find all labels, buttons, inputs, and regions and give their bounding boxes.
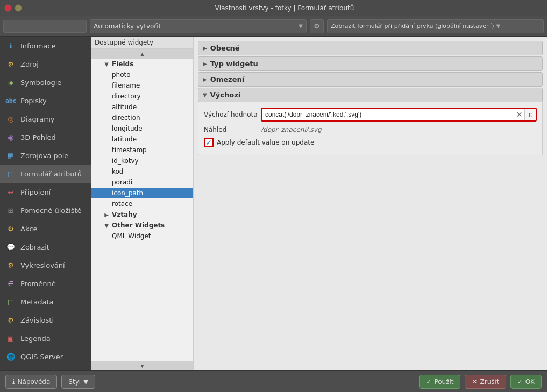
- tree-scroll-area: ▼ Fields photo filename directory altitu…: [91, 59, 193, 361]
- style-button[interactable]: Styl ▼: [61, 375, 95, 389]
- minimize-button[interactable]: [15, 4, 22, 12]
- tree-scroll-down-button[interactable]: ▼: [91, 361, 193, 370]
- sidebar-item-informace[interactable]: ℹ Informace: [0, 37, 91, 55]
- sidebar-item-legenda[interactable]: ▣ Legenda: [0, 329, 91, 347]
- accordion-widget: ▶ Typ widgetu: [198, 56, 543, 71]
- tree-scroll-up-button[interactable]: ▲: [91, 49, 193, 59]
- dropdown-arrow-icon: ▼: [299, 23, 303, 29]
- settings-button[interactable]: ⚙: [310, 19, 324, 33]
- tree-label-kod: kod: [111, 168, 123, 175]
- join-icon: ↔: [5, 187, 16, 197]
- sidebar-label-popisky: Popisky: [20, 97, 47, 105]
- tree-item-photo[interactable]: photo: [91, 69, 193, 80]
- accordion-obecne-arrow-icon: ▶: [203, 45, 207, 51]
- sidebar-item-qgis-server[interactable]: 🌐 QGIS Server: [0, 347, 91, 366]
- expand-other-icon: ▼: [102, 223, 111, 229]
- toolbar: Automaticky vytvořit ▼ ⚙ Zobrazit formul…: [0, 16, 547, 37]
- help-button[interactable]: ℹ Nápověda: [5, 375, 57, 389]
- sidebar-item-metadata[interactable]: ▤ Metadata: [0, 293, 91, 311]
- sidebar-item-3d[interactable]: ◉ 3D Pohled: [0, 128, 91, 146]
- tree-item-vztahy[interactable]: ▶ Vztahy: [91, 209, 193, 220]
- apply-button[interactable]: ✓ Použít: [419, 375, 460, 389]
- gear-icon: ⚙: [314, 22, 320, 30]
- tree-label-icon-path: icon_path: [111, 189, 143, 197]
- accordion-vychozi-header[interactable]: ▼ Výchozí: [198, 88, 543, 102]
- window-title: Vlastnosti vrstvy - fotky | Formulář atr…: [26, 4, 543, 12]
- tree-item-longitude[interactable]: longitude: [91, 123, 193, 134]
- default-value-input-wrap: ✕ ε: [261, 108, 537, 122]
- show-form-arrow-icon: ▼: [496, 23, 500, 29]
- expand-vztahy-icon: ▶: [102, 212, 111, 218]
- apply-check-icon: ✓: [426, 378, 431, 386]
- sidebar: ℹ Informace ⚙ Zdroj ◈ Symbologie abc Pop…: [0, 37, 91, 370]
- tree-item-directory[interactable]: directory: [91, 91, 193, 102]
- sidebar-item-zdrojova-pole[interactable]: ▦ Zdrojová pole: [0, 146, 91, 165]
- tree-item-altitude[interactable]: altitude: [91, 102, 193, 112]
- deps-icon: ⚙: [5, 315, 16, 325]
- accordion-omezeni-arrow-icon: ▶: [203, 76, 207, 82]
- sidebar-item-vykreslovani[interactable]: ⚙ Vykreslování: [0, 256, 91, 274]
- sidebar-item-diagramy[interactable]: ◎ Diagramy: [0, 110, 91, 128]
- close-button[interactable]: [4, 4, 12, 12]
- apply-default-label: Apply default value on update: [217, 139, 314, 146]
- apply-default-checkbox[interactable]: ✓: [204, 138, 214, 147]
- accordion-obecne-label: Obecné: [210, 44, 240, 52]
- tree-item-fields[interactable]: ▼ Fields: [91, 59, 193, 69]
- tree-item-direction[interactable]: direction: [91, 112, 193, 123]
- tree-item-id-kotvy[interactable]: id_kotvy: [91, 155, 193, 166]
- tree-item-latitude[interactable]: latitude: [91, 134, 193, 145]
- sidebar-item-formular[interactable]: ▤ Formulář atributů: [0, 165, 91, 183]
- sidebar-item-popisky[interactable]: abc Popisky: [0, 91, 91, 110]
- tree-item-poradi[interactable]: poradi: [91, 177, 193, 188]
- sidebar-label-promenne: Proměnné: [20, 280, 56, 288]
- tree-label-poradi: poradi: [111, 179, 132, 186]
- accordion-widget-header[interactable]: ▶ Typ widgetu: [198, 56, 543, 71]
- accordion-vychozi: ▼ Výchozí Výchozí hodnota ✕ ε: [198, 88, 543, 155]
- meta-icon: ▤: [5, 296, 16, 307]
- form-type-dropdown[interactable]: Automaticky vytvořit ▼: [90, 19, 307, 33]
- tree-label-fields: Fields: [111, 60, 133, 68]
- accordion-omezeni-label: Omezení: [210, 75, 245, 83]
- tree-item-kod[interactable]: kod: [91, 166, 193, 177]
- accordion-obecne-header[interactable]: ▶ Obecné: [198, 41, 543, 55]
- cancel-button[interactable]: ✕ Zrušit: [465, 375, 506, 389]
- labels-icon: abc: [5, 95, 16, 106]
- tree-item-icon-path[interactable]: icon_path: [91, 188, 193, 198]
- sidebar-item-akce[interactable]: ⚙ Akce: [0, 219, 91, 238]
- input-function-icon[interactable]: ε: [524, 109, 536, 120]
- tree-item-filename[interactable]: filename: [91, 80, 193, 91]
- sidebar-item-promenne[interactable]: ∈ Proměnné: [0, 274, 91, 293]
- style-label: Styl: [68, 378, 81, 386]
- input-clear-icon[interactable]: ✕: [514, 109, 525, 120]
- tree-item-other-widgets[interactable]: ▼ Other Widgets: [91, 220, 193, 231]
- accordion-omezeni-header[interactable]: ▶ Omezení: [198, 72, 543, 87]
- show-form-dropdown[interactable]: Zobrazit formulář při přidání prvku (glo…: [327, 19, 544, 33]
- form-type-label: Automaticky vytvořit: [94, 23, 161, 30]
- help-label: Nápověda: [18, 378, 51, 386]
- sidebar-item-digitalizace[interactable]: ✏ Digitalizace: [0, 366, 91, 370]
- sidebar-label-pripojeni: Připojení: [20, 188, 51, 196]
- search-input[interactable]: [3, 20, 87, 33]
- sidebar-item-zobrazit[interactable]: 💬 Zobrazit: [0, 238, 91, 256]
- tree-item-timestamp[interactable]: timestamp: [91, 145, 193, 155]
- sidebar-label-metadata: Metadata: [20, 298, 54, 306]
- tree-label-direction: direction: [111, 114, 140, 122]
- tree-item-rotace[interactable]: rotace: [91, 198, 193, 209]
- default-value-label: Výchozí hodnota: [204, 111, 258, 118]
- window-controls: [4, 4, 22, 12]
- ok-button[interactable]: ✓ OK: [510, 375, 542, 389]
- tree-label-filename: filename: [111, 82, 140, 89]
- tree-panel: Dostupné widgety ▲ ▼ Fields photo filena…: [91, 37, 194, 370]
- sidebar-item-zdroj[interactable]: ⚙ Zdroj: [0, 55, 91, 73]
- default-value-row: Výchozí hodnota ✕ ε: [204, 108, 537, 122]
- tree-label-vztahy: Vztahy: [111, 211, 137, 218]
- tree-item-qml-widget[interactable]: QML Widget: [91, 231, 193, 241]
- content-scroll: ▶ Obecné ▶ Typ widgetu ▶ Omezení: [194, 37, 547, 370]
- sidebar-item-zavislosti[interactable]: ⚙ Závislosti: [0, 311, 91, 329]
- sidebar-item-pripojeni[interactable]: ↔ Připojení: [0, 183, 91, 201]
- sidebar-item-symbologie[interactable]: ◈ Symbologie: [0, 73, 91, 91]
- accordion-vychozi-body: Výchozí hodnota ✕ ε Náhled /dopr_znaceni…: [198, 102, 543, 155]
- default-value-input[interactable]: [262, 109, 514, 120]
- form-icon: ▤: [5, 168, 16, 179]
- sidebar-item-pomocne[interactable]: ⊞ Pomocné úložiště: [0, 201, 91, 219]
